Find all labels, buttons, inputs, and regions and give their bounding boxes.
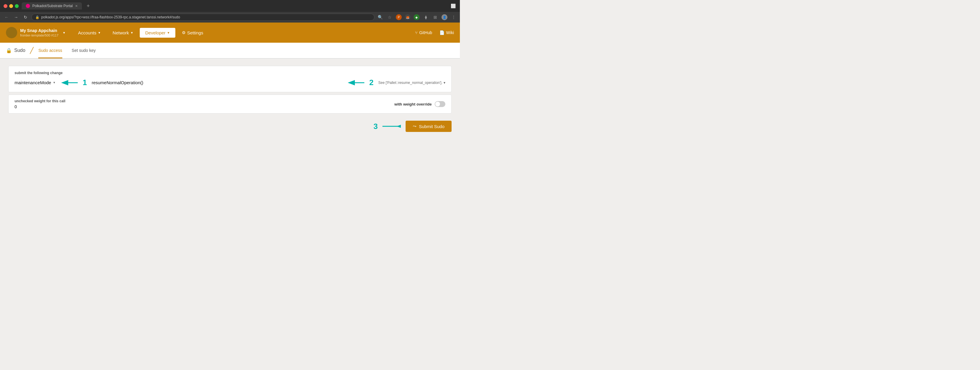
app-name: My Snap Appchain — [20, 28, 59, 33]
browser-tab[interactable]: Polkadot/Substrate Portal ✕ — [22, 2, 82, 10]
call-value: resumeNormalOperation() — [92, 80, 143, 85]
tab-separator: ╱ — [30, 47, 33, 54]
annotation-number-2: 2 — [369, 78, 373, 87]
teal-arrow-3-svg — [380, 122, 401, 130]
app-subtitle: frontier-template/500 #117 — [20, 33, 59, 37]
url-text: polkadot.js.org/apps/?rpc=wss://fraa-fla… — [41, 15, 180, 19]
weight-card: unchecked weight for this call 0 with we… — [8, 95, 452, 114]
see-link-text: See ['Pallet::resume_normal_operation']. — [378, 81, 442, 85]
app-header: My Snap Appchain frontier-template/500 #… — [0, 22, 460, 43]
annotation-arrow-1: 1 — [60, 78, 87, 87]
pallet-dropdown-arrow[interactable]: ▾ — [53, 81, 55, 84]
github-label: GitHub — [419, 30, 432, 35]
annotation-number-3: 3 — [374, 122, 378, 131]
weight-row: unchecked weight for this call 0 with we… — [14, 99, 445, 109]
window-controls: ⬜ — [450, 3, 456, 9]
forward-button[interactable]: → — [13, 14, 19, 21]
accounts-dropdown-icon: ▼ — [98, 31, 101, 34]
logo-avatar — [6, 27, 17, 38]
nav-accounts[interactable]: Accounts ▼ — [73, 28, 106, 38]
tab-set-sudo-key[interactable]: Set sudo key — [72, 43, 96, 59]
teal-arrow-2-svg — [347, 79, 368, 87]
wiki-link[interactable]: 📄 Wiki — [439, 30, 454, 35]
see-link-arrow: ▾ — [444, 81, 445, 85]
weight-info: unchecked weight for this call 0 — [14, 99, 65, 109]
tab2-label: Set sudo key — [72, 48, 96, 53]
sudo-lock-icon: 🔒 — [6, 48, 12, 53]
browser-chrome: Polkadot/Substrate Portal ✕ + ⬜ — [0, 0, 460, 12]
pallet-value: maintenanceMode — [14, 80, 51, 85]
weight-override-label: with weight override — [394, 102, 432, 106]
annotation-number-1: 1 — [83, 78, 87, 87]
github-icon: ⑂ — [415, 30, 417, 35]
back-button[interactable]: ← — [3, 14, 10, 21]
github-link[interactable]: ⑂ GitHub — [415, 30, 432, 35]
extension-icon-2[interactable]: 🦊 — [405, 14, 410, 20]
developer-dropdown-icon: ▼ — [167, 31, 170, 34]
sidebar-icon[interactable]: ⊞ — [432, 14, 439, 21]
submit-icon: ⤳ — [413, 124, 417, 129]
tab-favicon — [26, 4, 30, 8]
nav-settings[interactable]: ⚙ Settings — [177, 28, 208, 38]
see-reference-link[interactable]: See ['Pallet::resume_normal_operation'].… — [378, 81, 445, 85]
browser-toolbar: ← → ↻ 🔒 polkadot.js.org/apps/?rpc=wss://… — [0, 12, 460, 22]
teal-arrow-1-svg — [60, 79, 81, 87]
submit-change-label: submit the following change — [14, 71, 445, 75]
settings-gear-icon: ⚙ — [182, 30, 186, 35]
minimize-traffic-light[interactable] — [9, 4, 13, 8]
app-dropdown-icon[interactable]: ▼ — [63, 31, 65, 34]
nav-developer[interactable]: Developer ▼ — [140, 28, 175, 38]
tab-title: Polkadot/Substrate Portal — [32, 4, 73, 8]
profile-icon[interactable]: 👤 — [441, 14, 447, 20]
pallet-select[interactable]: maintenanceMode ▾ — [14, 80, 55, 85]
weight-override-toggle[interactable] — [435, 101, 445, 107]
weight-value: 0 — [14, 104, 65, 109]
developer-label: Developer — [145, 30, 165, 35]
extensions-icon[interactable]: ⧫ — [423, 14, 429, 21]
network-label: Network — [113, 30, 129, 35]
submit-sudo-button[interactable]: ⤳ Submit Sudo — [406, 121, 452, 132]
page-tabs: 🔒 Sudo ╱ Sudo access Set sudo key — [0, 43, 460, 59]
actions-row: 3 ⤳ Submit Sudo — [8, 121, 452, 132]
ssl-lock-icon: 🔒 — [35, 16, 40, 19]
tab1-label: Sudo access — [38, 48, 62, 53]
extension-icon-1[interactable]: P — [396, 14, 402, 20]
search-icon[interactable]: 🔍 — [377, 14, 383, 21]
annotation-arrow-3: 3 — [374, 122, 401, 131]
header-right: ⑂ GitHub 📄 Wiki — [415, 30, 454, 35]
submit-btn-label: Submit Sudo — [419, 124, 444, 129]
app-logo[interactable]: My Snap Appchain frontier-template/500 #… — [6, 27, 65, 38]
traffic-lights — [3, 4, 19, 8]
tab-close-button[interactable]: ✕ — [75, 4, 78, 8]
nav-menu: Accounts ▼ Network ▼ Developer ▼ ⚙ Setti… — [73, 28, 415, 38]
extension-icon-3[interactable]: ◆ — [414, 14, 420, 20]
weight-label: unchecked weight for this call — [14, 99, 65, 103]
accounts-label: Accounts — [78, 30, 96, 35]
reload-button[interactable]: ↻ — [22, 14, 29, 21]
sudo-label-text: Sudo — [14, 48, 25, 53]
page-content: submit the following change maintenanceM… — [0, 59, 460, 207]
new-tab-button[interactable]: + — [85, 3, 92, 9]
network-dropdown-icon: ▼ — [130, 31, 134, 34]
wiki-label: Wiki — [446, 30, 454, 35]
toolbar-actions: 🔍 ☆ P 🦊 ◆ ⧫ ⊞ 👤 ⋮ — [377, 14, 457, 21]
weight-override-control: with weight override — [394, 101, 445, 107]
tab-sudo-access[interactable]: Sudo access — [38, 43, 62, 59]
settings-label: Settings — [187, 30, 203, 35]
wiki-icon: 📄 — [439, 30, 444, 35]
address-bar[interactable]: 🔒 polkadot.js.org/apps/?rpc=wss://fraa-f… — [32, 14, 374, 21]
pallet-call-row: maintenanceMode ▾ 1 resumeNormalOperatio — [14, 78, 445, 87]
nav-network[interactable]: Network ▼ — [107, 28, 139, 38]
bookmark-icon[interactable]: ☆ — [386, 14, 393, 21]
submit-change-card: submit the following change maintenanceM… — [8, 66, 452, 92]
fullscreen-traffic-light[interactable] — [15, 4, 19, 8]
menu-icon[interactable]: ⋮ — [450, 14, 457, 21]
call-select[interactable]: resumeNormalOperation() — [92, 80, 342, 85]
annotation-arrow-2: 2 — [347, 78, 373, 87]
sudo-section-label: 🔒 Sudo — [6, 48, 25, 53]
close-traffic-light[interactable] — [3, 4, 7, 8]
logo-text: My Snap Appchain frontier-template/500 #… — [20, 28, 59, 37]
